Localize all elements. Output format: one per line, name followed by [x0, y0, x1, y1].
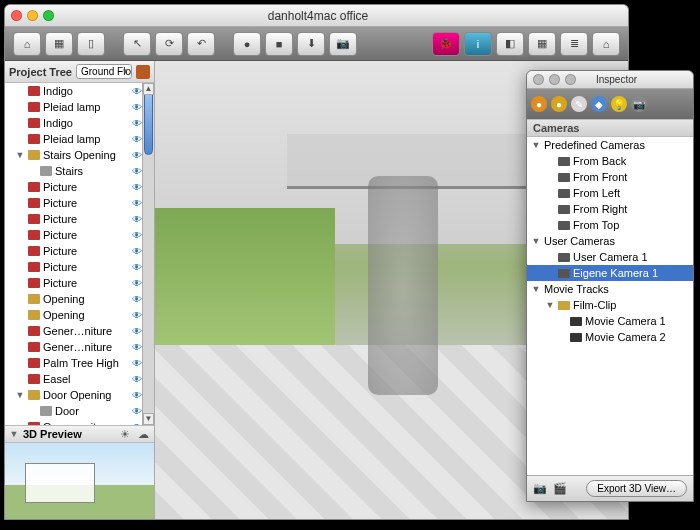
- grid-button[interactable]: ▦: [528, 32, 556, 56]
- tree-item[interactable]: Opening👁: [9, 307, 142, 323]
- home-button[interactable]: ⌂: [13, 32, 41, 56]
- inspector-item[interactable]: From Back: [527, 153, 693, 169]
- camera-button[interactable]: 📷: [329, 32, 357, 56]
- bug-button[interactable]: 🐞: [432, 32, 460, 56]
- visibility-icon[interactable]: 👁: [132, 118, 142, 129]
- tree-item[interactable]: Stairs👁: [9, 163, 142, 179]
- tree-item[interactable]: Gener…niture👁: [9, 419, 142, 425]
- disclosure-icon[interactable]: ▼: [531, 236, 541, 246]
- door-button[interactable]: ▯: [77, 32, 105, 56]
- tree-item[interactable]: Picture👁: [9, 259, 142, 275]
- inspector-item[interactable]: From Top: [527, 217, 693, 233]
- project-tree[interactable]: Indigo👁Pleiad lamp👁Indigo👁Pleiad lamp👁▼S…: [5, 83, 154, 425]
- arrow-tool-button[interactable]: ↖: [123, 32, 151, 56]
- inspector-item[interactable]: Eigene Kamera 1: [527, 265, 693, 281]
- tree-item[interactable]: Picture👁: [9, 179, 142, 195]
- tree-item[interactable]: Indigo👁: [9, 83, 142, 99]
- tree-item[interactable]: Picture👁: [9, 275, 142, 291]
- inspector-item[interactable]: Movie Camera 1: [527, 313, 693, 329]
- tree-item[interactable]: Palm Tree High👁: [9, 355, 142, 371]
- visibility-icon[interactable]: 👁: [132, 166, 142, 177]
- download-button[interactable]: ⬇: [297, 32, 325, 56]
- inspector-min-icon[interactable]: [549, 74, 560, 85]
- tree-item[interactable]: Gener…niture👁: [9, 323, 142, 339]
- paint-swatch[interactable]: [136, 65, 150, 79]
- minimize-icon[interactable]: [27, 10, 38, 21]
- inspector-tree[interactable]: ▼Predefined CamerasFrom BackFrom FrontFr…: [527, 137, 693, 345]
- inspector-item[interactable]: ▼Predefined Cameras: [527, 137, 693, 153]
- visibility-icon[interactable]: 👁: [132, 230, 142, 241]
- tree-item[interactable]: Gener…niture👁: [9, 339, 142, 355]
- titlebar[interactable]: danholt4mac office: [5, 5, 628, 27]
- scroll-thumb[interactable]: [144, 85, 153, 155]
- visibility-icon[interactable]: 👁: [132, 326, 142, 337]
- footer-cam-icon[interactable]: 📷: [533, 482, 547, 495]
- inspector-close-icon[interactable]: [533, 74, 544, 85]
- tree-item[interactable]: Picture👁: [9, 227, 142, 243]
- inspector-tab-2[interactable]: ●: [551, 96, 567, 112]
- visibility-icon[interactable]: 👁: [132, 262, 142, 273]
- tree-scrollbar[interactable]: ▲ ▼: [142, 83, 154, 425]
- visibility-icon[interactable]: 👁: [132, 86, 142, 97]
- record-button[interactable]: ●: [233, 32, 261, 56]
- visibility-icon[interactable]: 👁: [132, 134, 142, 145]
- inspector-item[interactable]: User Camera 1: [527, 249, 693, 265]
- visibility-icon[interactable]: 👁: [132, 198, 142, 209]
- visibility-icon[interactable]: 👁: [132, 310, 142, 321]
- footer-movie-icon[interactable]: 🎬: [553, 482, 567, 495]
- floor-dropdown[interactable]: Ground Flo…: [76, 64, 132, 79]
- tree-item[interactable]: Door👁: [9, 403, 142, 419]
- disclosure-icon[interactable]: ▼: [545, 300, 555, 310]
- visibility-icon[interactable]: 👁: [132, 390, 142, 401]
- undo-button[interactable]: ↶: [187, 32, 215, 56]
- preview-disclosure-icon[interactable]: ▼: [9, 429, 19, 439]
- disclosure-icon[interactable]: ▼: [15, 150, 25, 160]
- inspector-item[interactable]: From Left: [527, 185, 693, 201]
- visibility-icon[interactable]: 👁: [132, 102, 142, 113]
- visibility-icon[interactable]: 👁: [132, 150, 142, 161]
- tree-item[interactable]: Pleiad lamp👁: [9, 131, 142, 147]
- tree-item[interactable]: Picture👁: [9, 195, 142, 211]
- tree-item[interactable]: ▼Door Opening👁: [9, 387, 142, 403]
- layers-button[interactable]: ≣: [560, 32, 588, 56]
- tree-item[interactable]: Opening👁: [9, 291, 142, 307]
- export-3d-button[interactable]: Export 3D View…: [586, 480, 687, 497]
- inspector-item[interactable]: From Right: [527, 201, 693, 217]
- tree-item[interactable]: Picture👁: [9, 243, 142, 259]
- inspector-item[interactable]: ▼Film-Clip: [527, 297, 693, 313]
- house-button[interactable]: ⌂: [592, 32, 620, 56]
- zoom-icon[interactable]: [43, 10, 54, 21]
- preview-3d[interactable]: [5, 443, 154, 519]
- tree-item[interactable]: Easel👁: [9, 371, 142, 387]
- inspector-tab-4[interactable]: ◆: [591, 96, 607, 112]
- disclosure-icon[interactable]: ▼: [15, 390, 25, 400]
- sun-icon[interactable]: ☀: [118, 427, 132, 441]
- cabinet-button[interactable]: ▦: [45, 32, 73, 56]
- info-button[interactable]: i: [464, 32, 492, 56]
- inspector-item[interactable]: From Front: [527, 169, 693, 185]
- visibility-icon[interactable]: 👁: [132, 342, 142, 353]
- visibility-icon[interactable]: 👁: [132, 374, 142, 385]
- inspector-item[interactable]: Movie Camera 2: [527, 329, 693, 345]
- disclosure-icon[interactable]: ▼: [531, 140, 541, 150]
- visibility-icon[interactable]: 👁: [132, 294, 142, 305]
- visibility-icon[interactable]: 👁: [132, 358, 142, 369]
- visibility-icon[interactable]: 👁: [132, 214, 142, 225]
- tree-item[interactable]: Indigo👁: [9, 115, 142, 131]
- scroll-up-icon[interactable]: ▲: [143, 83, 154, 95]
- color-button[interactable]: ◧: [496, 32, 524, 56]
- tree-item[interactable]: Pleiad lamp👁: [9, 99, 142, 115]
- inspector-item[interactable]: ▼Movie Tracks: [527, 281, 693, 297]
- inspector-zoom-icon[interactable]: [565, 74, 576, 85]
- visibility-icon[interactable]: 👁: [132, 246, 142, 257]
- tree-item[interactable]: ▼Stairs Opening👁: [9, 147, 142, 163]
- inspector-titlebar[interactable]: Inspector: [527, 71, 693, 89]
- stop-button[interactable]: ■: [265, 32, 293, 56]
- inspector-tab-3[interactable]: ✎: [571, 96, 587, 112]
- visibility-icon[interactable]: 👁: [132, 278, 142, 289]
- disclosure-icon[interactable]: ▼: [531, 284, 541, 294]
- inspector-item[interactable]: ▼User Cameras: [527, 233, 693, 249]
- visibility-icon[interactable]: 👁: [132, 182, 142, 193]
- cloud-icon[interactable]: ☁: [136, 427, 150, 441]
- close-icon[interactable]: [11, 10, 22, 21]
